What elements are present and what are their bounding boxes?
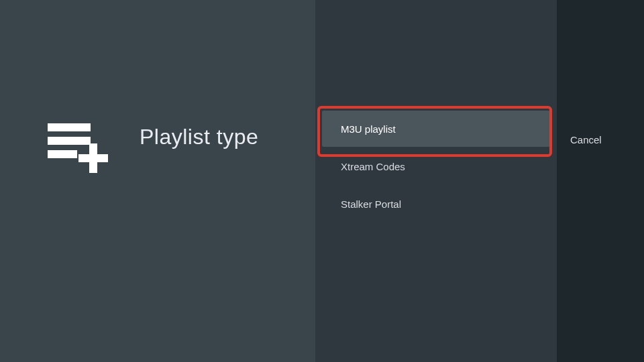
option-label: M3U playlist <box>341 123 396 135</box>
option-stalker-portal[interactable]: Stalker Portal <box>322 186 550 222</box>
svg-rect-0 <box>48 123 91 131</box>
page-title: Playlist type <box>140 125 258 149</box>
svg-rect-2 <box>48 150 77 158</box>
playlist-add-icon <box>47 119 113 176</box>
left-pane: Playlist type <box>0 0 315 362</box>
svg-rect-4 <box>78 154 108 162</box>
options-pane: M3U playlistXtream CodesStalker Portal <box>315 0 557 362</box>
actions-pane: Cancel <box>557 0 644 362</box>
svg-rect-1 <box>48 137 91 145</box>
option-xtream-codes[interactable]: Xtream Codes <box>322 148 550 184</box>
option-m3u-playlist[interactable]: M3U playlist <box>322 111 550 147</box>
option-label: Stalker Portal <box>341 198 401 210</box>
cancel-button[interactable]: Cancel <box>570 134 602 145</box>
option-label: Xtream Codes <box>341 161 405 172</box>
